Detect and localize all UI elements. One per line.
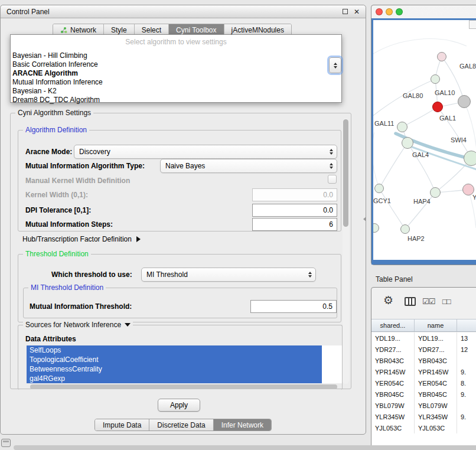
close-traffic-light[interactable]	[376, 8, 383, 15]
canvas-scroll-button[interactable]	[469, 20, 476, 29]
mi-threshold-title: MI Threshold Definition	[28, 283, 106, 292]
algorithm-option-bayesian-k2[interactable]: Bayesian - K2	[11, 87, 341, 96]
attribute-item[interactable]: BetweennessCentrality	[27, 364, 322, 374]
algorithm-option-bayesian-hill-climbing[interactable]: Bayesian - Hill Climbing	[11, 51, 341, 60]
table-row[interactable]: YPR145WYPR145W9.	[371, 366, 476, 377]
float-window-icon[interactable]	[343, 9, 348, 14]
column-header-shared-name[interactable]: shared...	[371, 319, 415, 331]
minimize-traffic-light[interactable]	[386, 8, 393, 15]
table-row[interactable]: YDR27...YDR27...12	[371, 344, 476, 355]
algorithm-option-basic-correlation-inference[interactable]: Basic Correlation Inference	[11, 60, 341, 69]
mi-threshold-group: MI Threshold Definition Mutual Informati…	[23, 288, 337, 318]
node-label: Y	[472, 194, 476, 201]
clear-checkboxes-icon[interactable]: □□	[442, 297, 451, 306]
node-label: GCY1	[373, 197, 391, 204]
network-node[interactable]	[432, 102, 443, 112]
network-node[interactable]	[431, 74, 440, 84]
settings-scrollbar[interactable]	[343, 118, 349, 384]
network-node[interactable]	[437, 52, 446, 61]
network-node[interactable]	[374, 184, 384, 193]
algorithm-option-aracne-algorithm[interactable]: ARACNE Algorithm	[11, 69, 341, 78]
table-row[interactable]: YBL079WYBL079W	[371, 400, 476, 411]
table-cell: YJL053C	[371, 422, 415, 433]
tab-label: Network	[70, 26, 96, 34]
gear-icon[interactable]: ⚙	[383, 295, 393, 306]
bottom-scrollbar[interactable]	[14, 445, 476, 450]
kernel-width-label: Kernel Width (0,1):	[25, 191, 88, 199]
table-row[interactable]: YBR045CYBR045C9.	[371, 389, 476, 400]
kernel-width-field[interactable]: 0.0	[252, 188, 337, 201]
network-canvas[interactable]: GAL8GAL80GAL10GAL1GAL11SWI4GAL4GCY1HAP4Y…	[373, 20, 476, 260]
table-cell: YDR27...	[371, 344, 415, 355]
list-horizontal-scrollbar[interactable]	[30, 384, 337, 389]
tab-impute-data[interactable]: Impute Data	[95, 419, 149, 431]
table-row[interactable]: YBR043CYBR043C	[371, 355, 476, 366]
network-node[interactable]	[430, 187, 441, 198]
algorithm-option-mutual-information-inference[interactable]: Mutual Information Inference	[11, 78, 341, 87]
which-threshold-label: Which threshold to use:	[51, 270, 132, 279]
columns-icon[interactable]	[405, 297, 416, 306]
control-panel-titlebar[interactable]: Control Panel ✕	[1, 5, 366, 18]
attribute-item[interactable]: gal4RGexp	[27, 374, 322, 383]
table-cell: YBL079W	[415, 400, 457, 411]
scrollbar-thumb[interactable]	[343, 119, 348, 227]
table-cell: YBR043C	[371, 355, 415, 366]
table-row[interactable]: YLR345WYLR345W9.	[371, 411, 476, 422]
table-cell	[457, 355, 476, 366]
which-threshold-select[interactable]: MI Threshold	[141, 268, 316, 282]
network-node[interactable]	[400, 224, 410, 234]
algorithm-option-dream8-dc-tdc-algorithm[interactable]: Dream8 DC_TDC Algorithm	[11, 96, 341, 105]
column-header-name[interactable]: name	[415, 319, 457, 331]
mi-steps-field[interactable]: 6	[252, 218, 337, 231]
mi-steps-label: Mutual Information Steps:	[25, 220, 113, 229]
network-frame: GAL8GAL80GAL10GAL1GAL11SWI4GAL4GCY1HAP4Y…	[371, 18, 476, 265]
sources-title[interactable]: Sources for Network Inference	[23, 321, 133, 329]
attribute-item[interactable]: TopologicalCoefficient	[27, 355, 322, 364]
hub-section-toggle[interactable]: Hub/Transcription Factor Definition	[22, 235, 141, 243]
table-row[interactable]: YDL19...YDL19...13	[371, 332, 476, 344]
cyni-settings-group: Cyni Algorithm Settings Algorithm Defini…	[10, 113, 351, 389]
threshold-definition-title: Threshold Definition	[23, 250, 91, 258]
tab-label: Style	[111, 26, 127, 34]
aracne-mode-select[interactable]: Discovery	[74, 145, 337, 159]
table-cell: YPR145W	[371, 366, 415, 377]
close-icon[interactable]: ✕	[354, 8, 360, 15]
algorithm-combo-button[interactable]	[329, 57, 341, 73]
panel-dock-icon[interactable]	[1, 439, 11, 447]
bottom-tabs: Impute DataDiscretize DataInfer Network	[94, 419, 272, 431]
network-titlebar[interactable]	[371, 5, 476, 18]
attribute-item[interactable]: SelfLoops	[27, 345, 322, 355]
mi-type-label: Mutual Information Algorithm Type:	[25, 162, 145, 170]
tab-infer-network[interactable]: Infer Network	[214, 419, 271, 431]
mi-threshold-field[interactable]: 0.5	[250, 300, 337, 313]
data-attributes-list[interactable]: SelfLoopsTopologicalCoefficientBetweenne…	[27, 345, 342, 383]
zoom-traffic-light[interactable]	[396, 8, 403, 15]
panel-resize-handle[interactable]	[363, 217, 366, 221]
network-node[interactable]	[464, 151, 476, 166]
table-row[interactable]: YJL053CYJL053C	[371, 422, 476, 433]
table-cell	[457, 422, 476, 433]
table-row[interactable]: YER054CYER054C8.	[371, 377, 476, 389]
node-label: GAL4	[412, 151, 429, 158]
network-node[interactable]	[402, 137, 413, 149]
control-panel-window: Control Panel ✕ NetworkStyleSelectCyni T…	[0, 5, 366, 435]
column-header-extra[interactable]	[457, 319, 476, 331]
tab-discretize-data[interactable]: Discretize Data	[149, 419, 213, 431]
expand-right-icon	[136, 236, 141, 242]
dropdown-placeholder: Select algorithm to view settings	[11, 35, 341, 51]
network-node[interactable]	[397, 122, 407, 132]
table-body: YDL19...YDL19...13YDR27...YDR27...12YBR0…	[371, 332, 476, 449]
manual-kernel-checkbox[interactable]	[328, 175, 337, 184]
table-cell: YDR27...	[415, 344, 457, 355]
apply-button[interactable]: Apply	[158, 399, 200, 412]
table-cell	[457, 400, 476, 411]
table-panel-title: Table Panel	[376, 275, 413, 283]
network-node[interactable]	[458, 95, 471, 108]
table-header: shared... name	[371, 319, 476, 332]
mi-type-select[interactable]: Naive Bayes	[160, 159, 337, 173]
select-all-checkboxes-icon[interactable]: ☑☑	[422, 297, 435, 306]
network-view-window: GAL8GAL80GAL10GAL1GAL11SWI4GAL4GCY1HAP4Y…	[371, 5, 476, 265]
dpi-tolerance-field[interactable]: 0.0	[252, 204, 337, 217]
aracne-mode-label: Aracne Mode:	[25, 148, 72, 156]
table-cell: 8.	[457, 377, 476, 389]
